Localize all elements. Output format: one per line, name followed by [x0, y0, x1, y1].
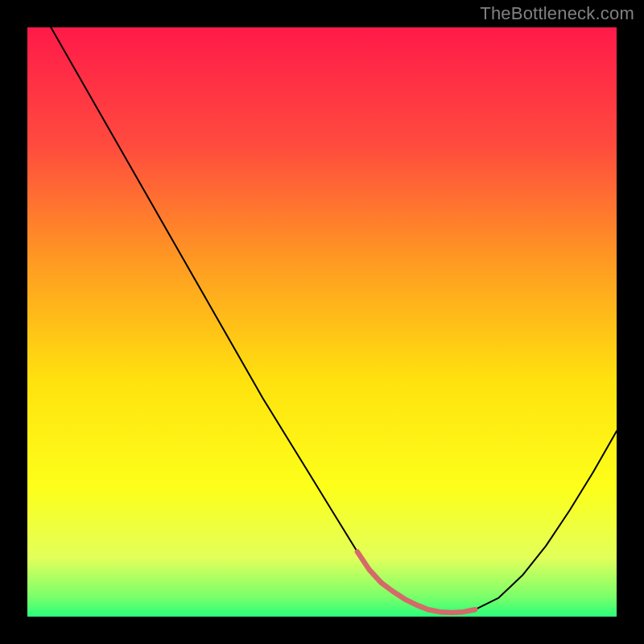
chart-frame: TheBottleneck.com	[0, 0, 644, 644]
watermark-text: TheBottleneck.com	[480, 3, 634, 24]
chart-svg	[27, 27, 617, 617]
plot-area	[27, 27, 617, 617]
gradient-background	[27, 27, 617, 617]
